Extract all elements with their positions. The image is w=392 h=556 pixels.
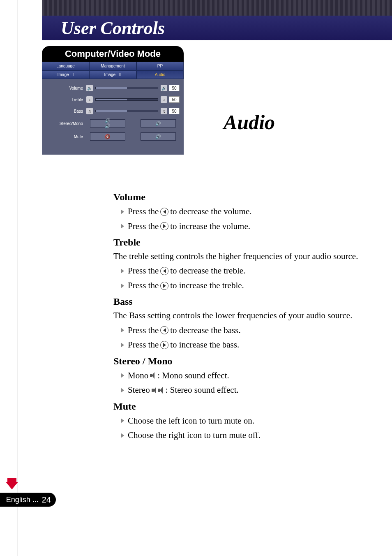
bullet-arrow-icon <box>121 373 124 378</box>
doc-body: Volume Press the to decrease the volume.… <box>113 188 368 444</box>
mute-on-icon: 🔇 <box>105 134 111 139</box>
heading-treble: Treble <box>113 237 368 248</box>
stereo-speaker-icon <box>152 387 164 394</box>
osd-tab-pp[interactable]: PP <box>136 62 184 70</box>
bullet-arrow-icon <box>121 328 124 333</box>
text-segment: Press the <box>128 338 159 352</box>
osd-tabs: Language Management PP Image - I Image -… <box>42 62 184 79</box>
text-segment: Press the <box>128 264 159 278</box>
text-segment: : Mono sound effect. <box>157 369 229 382</box>
text-segment: to decrease the bass. <box>170 324 240 337</box>
text-segment: Choose the left icon to turn mute on. <box>128 415 254 428</box>
text-segment: to increase the bass. <box>170 338 239 352</box>
osd-label-bass: Bass <box>46 109 86 114</box>
text-segment: to increase the treble. <box>170 279 244 292</box>
bullet-arrow-icon <box>121 418 124 423</box>
bullet-arrow-icon <box>121 283 124 288</box>
osd-label-volume: Volume <box>46 86 86 90</box>
bass-low-icon: ♫ <box>86 108 93 114</box>
osd-tab-image-2[interactable]: Image - II <box>89 70 136 79</box>
left-arrow-button-icon <box>160 208 168 216</box>
osd-slider-treble[interactable] <box>95 98 158 101</box>
osd-option-stereo[interactable]: 🔊🔊 <box>90 119 125 127</box>
bullet-arrow-icon <box>121 343 124 348</box>
mono-speaker-icon <box>150 372 156 379</box>
desc-treble: The treble setting controls the higher f… <box>113 250 368 262</box>
volume-low-icon: 🔈 <box>86 85 93 91</box>
osd-option-mute-on[interactable]: 🔇 <box>90 132 125 141</box>
stereo-icon: 🔊🔊 <box>105 120 111 126</box>
text-segment: Stereo <box>128 384 150 397</box>
bullet-arrow-icon <box>121 224 124 229</box>
osd-label-mute: Mute <box>46 134 86 139</box>
bullet-treble-decrease: Press the to decrease the treble. <box>121 264 368 278</box>
osd-value-volume: 50 <box>169 85 180 91</box>
bullet-arrow-icon <box>121 388 124 393</box>
osd-divider <box>133 119 133 127</box>
osd-row-stereo-mono: Stereo/Mono 🔊🔊 🔊 <box>46 119 180 127</box>
osd-tab-management[interactable]: Management <box>89 62 136 70</box>
header-bar: User Controls <box>42 16 392 40</box>
osd-title-text: Computer/Video Mode <box>65 49 161 59</box>
osd-option-mono[interactable]: 🔊 <box>141 119 176 127</box>
bullet-bass-increase: Press the to increase the bass. <box>121 338 368 352</box>
bullet-stereo: Stereo : Stereo sound effect. <box>121 384 368 397</box>
text-segment: to decrease the volume. <box>170 205 251 218</box>
page-title: User Controls <box>61 18 165 39</box>
text-segment: Press the <box>128 324 159 337</box>
bullet-volume-increase: Press the to increase the volume. <box>121 220 368 233</box>
osd-option-mute-off[interactable]: 🔊 <box>141 132 176 141</box>
right-arrow-button-icon <box>160 341 168 349</box>
corner-arrow-icon <box>6 482 18 489</box>
footer-lang: English ... <box>6 496 39 504</box>
mute-off-icon: 🔊 <box>155 134 161 139</box>
desc-bass: The Bass setting controls the lower freq… <box>113 310 368 321</box>
bullet-bass-decrease: Press the to decrease the bass. <box>121 324 368 337</box>
heading-bass: Bass <box>113 296 368 307</box>
bullet-treble-increase: Press the to increase the treble. <box>121 279 368 292</box>
mono-icon: 🔊 <box>155 120 161 126</box>
treble-low-icon: ♪ <box>86 96 93 103</box>
bullet-mute-on: Choose the left icon to turn mute on. <box>121 415 368 428</box>
bullet-mute-off: Choose the right icon to turn mute off. <box>121 429 368 442</box>
volume-high-icon: 🔊 <box>161 85 167 91</box>
osd-body: Volume 🔈 🔊 50 Treble ♪ ♪ 50 Bass ♫ ♫ 50 … <box>42 79 184 155</box>
osd-label-stereo-mono: Stereo/Mono <box>46 121 86 126</box>
right-arrow-button-icon <box>160 282 168 290</box>
text-segment: Press the <box>128 279 159 292</box>
osd-divider-2 <box>133 132 133 141</box>
bullet-arrow-icon <box>121 433 124 438</box>
osd-label-treble: Treble <box>46 97 86 102</box>
text-segment: to increase the volume. <box>170 220 250 233</box>
heading-mute: Mute <box>113 401 368 412</box>
footer-page: 24 <box>42 495 51 505</box>
osd-row-treble: Treble ♪ ♪ 50 <box>46 96 180 103</box>
bullet-arrow-icon <box>121 209 124 214</box>
osd-tab-language[interactable]: Language <box>42 62 89 70</box>
osd-value-bass: 50 <box>169 108 180 114</box>
osd-title: Computer/Video Mode <box>42 46 184 62</box>
text-segment: Press the <box>128 220 159 233</box>
osd-tab-audio[interactable]: Audio <box>136 70 184 79</box>
bullet-volume-decrease: Press the to decrease the volume. <box>121 205 368 218</box>
text-segment: to decrease the treble. <box>170 264 245 278</box>
osd-slider-volume[interactable] <box>95 87 158 89</box>
osd-row-bass: Bass ♫ ♫ 50 <box>46 108 180 114</box>
bullet-mono: Mono : Mono sound effect. <box>121 369 368 382</box>
text-segment: Press the <box>128 205 159 218</box>
treble-high-icon: ♪ <box>161 96 167 103</box>
osd-row-mute: Mute 🔇 🔊 <box>46 132 180 141</box>
left-arrow-button-icon <box>160 326 168 334</box>
bullet-arrow-icon <box>121 269 124 273</box>
osd-tab-image-1[interactable]: Image - I <box>42 70 89 79</box>
heading-stereo-mono: Stereo / Mono <box>113 356 368 367</box>
page-indicator: English ... 24 <box>0 493 56 507</box>
right-heading: Audio <box>224 110 275 134</box>
text-segment: : Stereo sound effect. <box>166 384 239 397</box>
osd-row-volume: Volume 🔈 🔊 50 <box>46 85 180 91</box>
text-segment: Mono <box>128 369 148 382</box>
heading-volume: Volume <box>113 192 368 203</box>
left-arrow-button-icon <box>160 267 168 275</box>
right-arrow-button-icon <box>160 222 168 230</box>
osd-slider-bass[interactable] <box>95 110 158 112</box>
